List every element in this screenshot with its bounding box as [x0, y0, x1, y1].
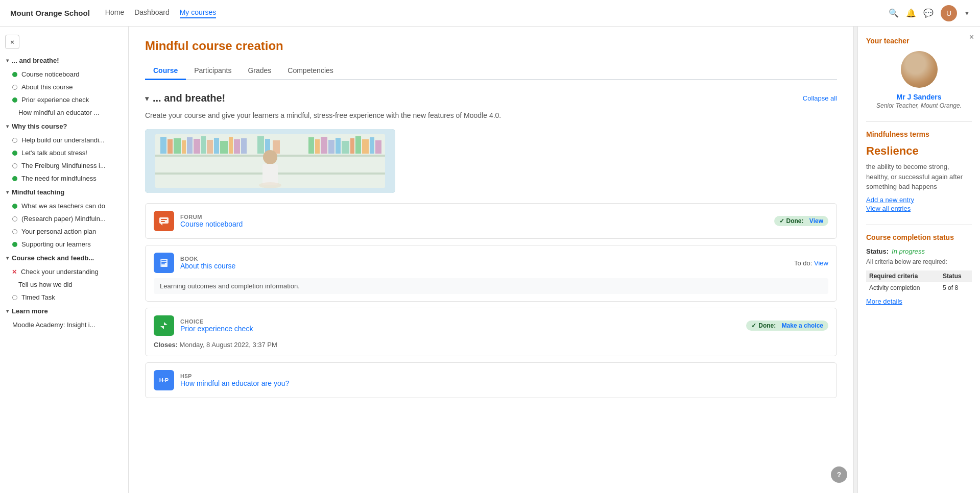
activity-card-h5p: H·P H5P How mindful an educator are you?	[145, 362, 837, 398]
top-navigation: Mount Orange School Home Dashboard My co…	[0, 0, 980, 27]
activity-type-choice: CHOICE	[180, 318, 740, 325]
svg-rect-23	[328, 140, 334, 154]
chevron-down-icon: ▾	[6, 58, 9, 63]
svg-rect-13	[220, 141, 228, 154]
sidebar-item-about-course[interactable]: About this course	[0, 81, 128, 93]
svg-rect-41	[160, 259, 161, 267]
section-title[interactable]: ▾ ... and breathe!	[145, 92, 225, 104]
activity-card-header-h5p: H·P H5P How mindful an educator are you?	[154, 370, 828, 390]
tab-course[interactable]: Course	[145, 62, 186, 80]
sidebar-item-tell-how[interactable]: Tell us how we did	[0, 278, 128, 291]
sidebar-item-freiburg[interactable]: The Freiburg Mindfulness i...	[0, 159, 128, 172]
sidebar-item-help-build[interactable]: Help build our understandi...	[0, 134, 128, 146]
activity-status-choice: Done: Make a choice	[746, 321, 828, 331]
scrollbar-divider	[853, 27, 857, 493]
sidebar-item-talk-stress[interactable]: Let's talk about stress!	[0, 146, 128, 159]
collapse-all-link[interactable]: Collapse all	[803, 94, 837, 102]
rp-status-col-header: Status	[940, 270, 972, 282]
dot-green-icon	[12, 72, 17, 77]
rp-criteria-row: Activity completion 5 of 8	[866, 282, 972, 293]
sidebar-item-moodle-academy[interactable]: Moodle Academy: Insight i...	[0, 318, 128, 331]
svg-rect-29	[370, 137, 374, 154]
sidebar-item-teachers-can-do[interactable]: What we as teachers can do	[0, 200, 128, 212]
activity-name-forum[interactable]: Course noticeboard	[180, 220, 768, 228]
sidebar-item-prior-experience[interactable]: Prior experience check	[0, 93, 128, 106]
rp-status-label: Status:	[866, 248, 889, 255]
avatar[interactable]: U	[941, 5, 957, 21]
sidebar-section-and-breathe[interactable]: ▾ ... and breathe!	[0, 53, 128, 68]
status-view-link-book[interactable]: View	[814, 259, 828, 267]
nav-home[interactable]: Home	[105, 8, 124, 18]
sidebar-section-mindful-teaching[interactable]: ▾ Mindful teaching	[0, 185, 128, 200]
svg-rect-8	[187, 137, 193, 154]
chat-icon[interactable]: 💬	[923, 8, 934, 18]
nav-dashboard[interactable]: Dashboard	[134, 8, 170, 18]
rp-criteria-cell: Activity completion	[866, 282, 940, 293]
chevron-down-icon: ▾	[6, 124, 9, 129]
rp-completion-section: Course completion status Status: In prog…	[866, 233, 972, 305]
activity-type-h5p: H5P	[180, 373, 828, 379]
sidebar-section-course-check[interactable]: ▾ Course check and feedb...	[0, 251, 128, 265]
forum-icon	[154, 211, 174, 231]
svg-rect-7	[182, 140, 186, 154]
main-layout: × ▾ ... and breathe! Course noticeboard …	[0, 27, 980, 493]
chevron-down-icon: ▾	[6, 189, 9, 195]
rp-more-details-link[interactable]: More details	[866, 298, 972, 305]
svg-rect-24	[336, 138, 341, 154]
sidebar-close-button[interactable]: ×	[5, 35, 19, 49]
dot-green-icon	[12, 204, 17, 209]
activity-name-choice[interactable]: Prior experience check	[180, 325, 740, 333]
status-make-choice-link[interactable]: Make a choice	[782, 322, 823, 329]
nav-mycourses[interactable]: My courses	[180, 8, 217, 18]
sidebar-item-supporting-learners[interactable]: Supporting our learners	[0, 238, 128, 251]
help-button[interactable]: ?	[831, 466, 847, 483]
activity-status-forum: Done: View	[774, 216, 828, 226]
svg-rect-15	[234, 139, 240, 154]
teacher-name[interactable]: Mr J Sanders	[866, 93, 972, 101]
svg-rect-5	[168, 139, 173, 154]
rp-criteria-table: Required criteria Status Activity comple…	[866, 270, 972, 293]
activity-name-book[interactable]: About this course	[180, 262, 788, 270]
rp-teacher-section: Your teacher Mr J Sanders Senior Teacher…	[866, 37, 972, 109]
svg-rect-34	[159, 217, 169, 224]
sidebar-section-learn-more[interactable]: ▾ Learn more	[0, 304, 128, 318]
activity-type-forum: FORUM	[180, 214, 768, 220]
svg-rect-32	[262, 164, 278, 185]
rp-completion-title: Course completion status	[866, 233, 972, 241]
activity-card-header-forum: FORUM Course noticeboard Done: View	[154, 211, 828, 231]
hero-image-svg	[145, 129, 395, 193]
sidebar-section-why[interactable]: ▾ Why this course?	[0, 119, 128, 134]
rp-criteria-col-header: Required criteria	[866, 270, 940, 282]
activity-card-choice: CHOICE Prior experience check Done: Make…	[145, 308, 837, 356]
search-icon[interactable]: 🔍	[889, 8, 899, 18]
svg-rect-20	[308, 137, 314, 154]
rp-terms-title: Mindfulness terms	[866, 130, 972, 138]
activity-name-h5p[interactable]: How mindful an educator are you?	[180, 379, 828, 387]
sidebar-item-how-mindful[interactable]: How mindful an educator ...	[0, 106, 128, 119]
tab-competencies[interactable]: Competencies	[279, 62, 342, 80]
tab-grades[interactable]: Grades	[240, 62, 279, 80]
dot-empty-icon	[12, 216, 17, 221]
sidebar-item-personal-action[interactable]: Your personal action plan	[0, 225, 128, 238]
rp-divider-1	[866, 121, 972, 122]
sidebar-item-course-noticeboard[interactable]: Course noticeboard	[0, 68, 128, 81]
rp-view-entries-link[interactable]: View all entries	[866, 205, 972, 212]
activity-status-book: To do: View	[794, 259, 828, 267]
avatar-chevron[interactable]: ▼	[964, 10, 970, 16]
sidebar-item-check-understanding[interactable]: ✕ Check your understanding	[0, 265, 128, 278]
sidebar-item-timed-task[interactable]: Timed Task	[0, 291, 128, 304]
page-title: Mindful course creation	[145, 39, 837, 53]
chevron-down-icon: ▾	[6, 308, 9, 314]
tab-participants[interactable]: Participants	[186, 62, 240, 80]
sidebar-item-research-paper[interactable]: (Research paper) Mindfuln...	[0, 212, 128, 225]
bell-icon[interactable]: 🔔	[906, 8, 916, 18]
hero-image-inner	[145, 129, 395, 193]
svg-rect-25	[342, 141, 349, 154]
activity-info-forum: FORUM Course noticeboard	[180, 214, 768, 228]
sidebar-item-need-mindfulness[interactable]: The need for mindfulness	[0, 172, 128, 185]
svg-rect-35	[161, 219, 167, 220]
rp-add-entry-link[interactable]: Add a new entry	[866, 196, 972, 204]
right-panel-close-button[interactable]: ×	[969, 33, 974, 42]
svg-rect-40	[161, 263, 165, 264]
status-view-link[interactable]: View	[809, 217, 823, 225]
